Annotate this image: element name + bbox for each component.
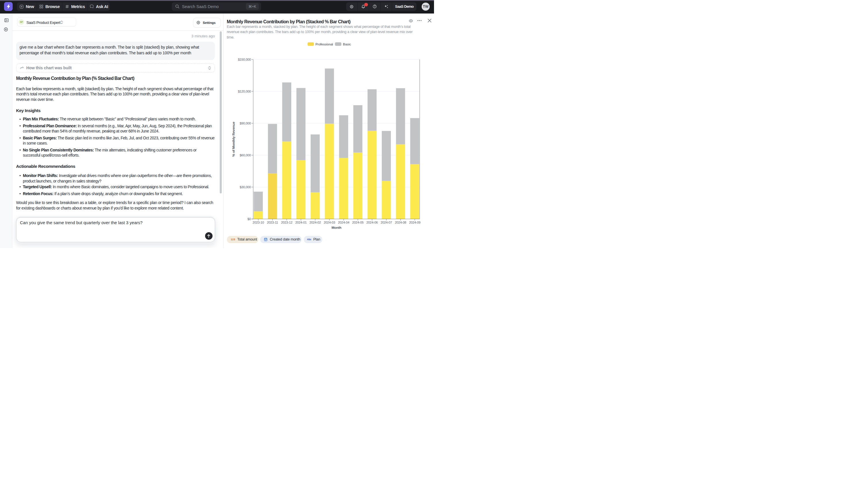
svg-text:2024-01: 2024-01 (295, 221, 307, 224)
svg-text:2024-06: 2024-06 (367, 221, 378, 224)
svg-text:Professional: Professional (316, 43, 333, 46)
svg-text:$120,000: $120,000 (238, 90, 251, 93)
svg-text:2023-12: 2023-12 (281, 221, 292, 224)
svg-text:2024-05: 2024-05 (352, 221, 364, 224)
svg-text:$0: $0 (247, 217, 251, 221)
svg-text:Month: Month (332, 225, 341, 229)
svg-text:$30,000: $30,000 (240, 185, 251, 189)
svg-text:$60,000: $60,000 (240, 153, 251, 157)
svg-text:2024-03: 2024-03 (324, 221, 335, 224)
svg-text:2024-02: 2024-02 (309, 221, 321, 224)
svg-text:2023-11: 2023-11 (267, 221, 278, 224)
svg-text:2024-09: 2024-09 (409, 221, 420, 224)
svg-text:% of Monthly Revenue: % of Monthly Revenue (231, 122, 236, 157)
svg-text:2023-10: 2023-10 (253, 221, 264, 224)
svg-text:$150,000: $150,000 (238, 58, 251, 61)
svg-text:2024-04: 2024-04 (338, 221, 350, 224)
svg-text:2024-07: 2024-07 (381, 221, 392, 224)
svg-text:2024-08: 2024-08 (395, 221, 406, 224)
svg-text:$90,000: $90,000 (240, 122, 251, 125)
svg-text:Basic: Basic (343, 43, 351, 46)
